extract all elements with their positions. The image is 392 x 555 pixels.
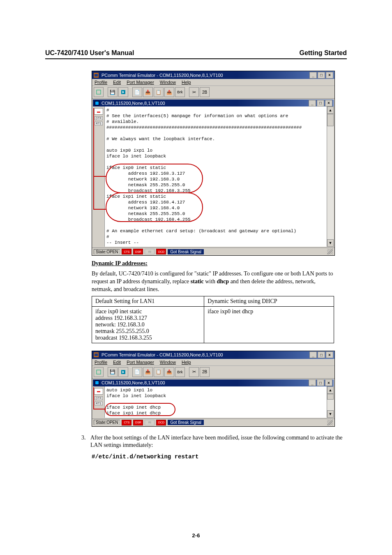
close-button[interactable]: ×: [326, 72, 333, 79]
section-dynamic-ip: Dynamic IP addresses: By default, UC-742…: [92, 260, 334, 294]
window-title: PComm Terminal Emulator - COM1,115200,No…: [101, 352, 308, 357]
status-led-ri: RI: [145, 249, 154, 254]
scroll-up-arrow[interactable]: ▲: [327, 386, 334, 394]
menu-portmanager[interactable]: Port Manager: [127, 80, 154, 85]
child-window-title: COM1,115200,None,8,1,VT100: [101, 101, 307, 106]
child-minimize-button[interactable]: _: [309, 100, 316, 106]
toolbar-btn-3[interactable]: [118, 367, 128, 377]
toolbar-btn-7[interactable]: 📤: [164, 367, 174, 377]
status-led-cts: CTS: [122, 249, 131, 254]
menu-help[interactable]: Help: [182, 360, 191, 365]
menu-window[interactable]: Window: [160, 80, 176, 85]
toolbar: 💾 📄 📥 📋 📤 Brk ✂ 2B: [92, 86, 334, 99]
step-number: 3.: [81, 434, 90, 442]
toolbar-btn-6[interactable]: 📋: [154, 367, 164, 377]
menu-portmanager[interactable]: Port Manager: [127, 360, 154, 365]
section-paragraph: By default, UC-7420/7410 is configured f…: [92, 270, 334, 294]
toolbar-btn-save[interactable]: 💾: [108, 87, 118, 97]
table-header-2: Dynamic Setting using DHCP: [204, 296, 334, 306]
menu-help[interactable]: Help: [182, 80, 191, 85]
toolbar: 💾 📄 📥 📋 📤 Brk ✂ 2B: [92, 366, 334, 379]
scroll-down-arrow[interactable]: ▼: [327, 410, 334, 418]
command-line: #/etc/init.d/networking restart: [92, 453, 347, 460]
menu-window[interactable]: Window: [160, 360, 176, 365]
menu-edit[interactable]: Edit: [113, 360, 121, 365]
toolbar-btn-5[interactable]: 📥: [143, 87, 153, 97]
status-led-ri: RI: [145, 420, 154, 426]
svg-rect-13: [95, 381, 99, 384]
scroll-thumb[interactable]: [327, 394, 334, 400]
vertical-scrollbar[interactable]: ▲ ▼: [327, 386, 334, 418]
page-number: 2-6: [0, 532, 392, 539]
toolbar-btn-6[interactable]: 📋: [154, 87, 164, 97]
toolbar-btn-4[interactable]: 📄: [132, 87, 142, 97]
menu-profile[interactable]: Profile: [95, 360, 107, 365]
resize-grip[interactable]: [327, 249, 333, 254]
window-title: PComm Terminal Emulator - COM1,115200,No…: [101, 73, 308, 78]
maximize-button[interactable]: □: [318, 352, 325, 358]
close-button[interactable]: ×: [326, 352, 333, 358]
gutter-label-rts: RTS: [95, 402, 103, 405]
led-indicator: ▬: [94, 108, 103, 115]
vertical-scrollbar[interactable]: ▲ ▼: [327, 106, 334, 247]
toolbar-btn-1[interactable]: [94, 367, 104, 377]
terminal-output: # # See the interfaces(5) manpage for in…: [105, 106, 327, 247]
toolbar-btn-8[interactable]: ✂: [189, 367, 199, 377]
child-close-button[interactable]: ×: [325, 100, 332, 106]
scroll-thumb[interactable]: [327, 114, 334, 126]
section-title: Dynamic IP addresses:: [92, 260, 148, 266]
toolbar-btn-brk[interactable]: Brk: [175, 87, 185, 97]
screenshot-2: PComm Terminal Emulator - COM1,115200,No…: [92, 351, 335, 427]
child-minimize-button[interactable]: _: [309, 379, 316, 386]
scroll-down-arrow[interactable]: ▼: [327, 239, 334, 247]
resize-grip[interactable]: [327, 420, 333, 426]
gutter-label-dtr: DTR: [95, 116, 103, 120]
gutter-label-dtr: DTR: [95, 396, 103, 400]
step-3: 3.After the boot settings of the LAN int…: [90, 434, 347, 450]
scroll-up-arrow[interactable]: ▲: [327, 106, 334, 114]
side-gutter: ▬ DTR RTS: [93, 386, 105, 418]
toolbar-btn-2b[interactable]: 2B: [200, 87, 210, 97]
app-icon: [93, 352, 99, 358]
comparison-table: Default Setting for LAN1 Dynamic Setting…: [92, 296, 334, 343]
toolbar-btn-4[interactable]: 📄: [132, 367, 142, 377]
toolbar-btn-save[interactable]: 💾: [108, 367, 118, 377]
toolbar-btn-8[interactable]: ✂: [189, 87, 199, 97]
led-indicator: ▬: [94, 388, 103, 395]
child-maximize-button[interactable]: □: [317, 379, 324, 386]
minimize-button[interactable]: _: [309, 352, 317, 358]
toolbar-btn-brk[interactable]: Brk: [175, 367, 185, 377]
menu-edit[interactable]: Edit: [113, 80, 121, 85]
child-close-button[interactable]: ×: [325, 379, 332, 386]
svg-rect-9: [95, 354, 98, 356]
minimize-button[interactable]: _: [309, 72, 317, 79]
menubar: Profile Edit Port Manager Window Help: [92, 359, 334, 366]
status-led-dcd: DCD: [156, 420, 166, 426]
svg-rect-1: [95, 74, 98, 76]
menu-profile[interactable]: Profile: [95, 80, 107, 85]
status-led-cts: CTS: [122, 420, 131, 426]
status-message: Got Break Signal: [168, 249, 204, 254]
terminal-output: auto ixp0 ixp1 lo iface lo inet loopback…: [105, 386, 327, 418]
status-led-dsr: DSR: [133, 249, 143, 254]
app-icon: [93, 72, 99, 78]
child-maximize-button[interactable]: □: [317, 100, 324, 106]
header-right: Getting Started: [299, 49, 347, 57]
status-message: Got Break Signal: [168, 420, 204, 425]
toolbar-btn-7[interactable]: 📤: [164, 87, 174, 97]
table-header-1: Default Setting for LAN1: [92, 296, 204, 306]
maximize-button[interactable]: □: [318, 72, 325, 79]
status-state: State:OPEN: [94, 420, 120, 425]
svg-rect-2: [97, 90, 101, 94]
status-led-dcd: DCD: [156, 249, 166, 254]
toolbar-btn-5[interactable]: 📥: [143, 367, 153, 377]
gutter-label-rts: RTS: [95, 122, 103, 125]
toolbar-btn-2b[interactable]: 2B: [200, 367, 210, 377]
toolbar-btn-3[interactable]: [118, 87, 128, 97]
side-gutter: ▬ DTR RTS: [93, 106, 105, 247]
screenshot-1: PComm Terminal Emulator - COM1,115200,No…: [92, 71, 335, 256]
svg-rect-5: [95, 102, 99, 105]
toolbar-btn-1[interactable]: [94, 87, 104, 97]
child-window-title: COM1,115200,None,8,1,VT100: [101, 380, 307, 385]
menubar: Profile Edit Port Manager Window Help: [92, 79, 334, 86]
